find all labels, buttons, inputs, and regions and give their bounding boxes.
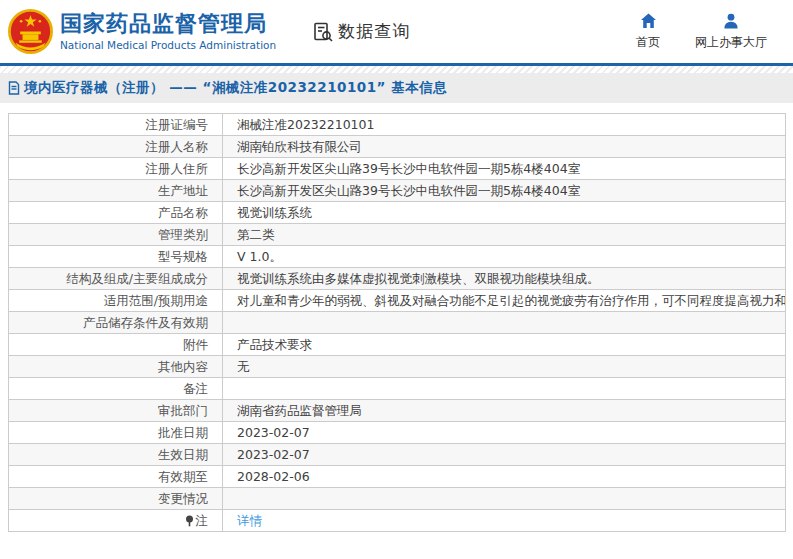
table-row: 批准日期2023-02-07 [9,422,786,444]
data-query-button[interactable]: 数据查询 [312,20,410,43]
table-row: 其他内容无 [9,356,786,378]
table-row: 附件产品技术要求 [9,334,786,356]
row-label: 批准日期 [9,422,223,444]
row-label-text: 批准日期 [158,425,208,440]
table-row: 生产地址长沙高新开发区尖山路39号长沙中电软件园一期5栋4楼404室 [9,180,786,202]
row-label: 注 [9,510,223,532]
page-title: 境内医疗器械（注册） —— “湘械注准20232210101” 基本信息 [24,79,447,97]
table-row: 适用范围/预期用途对儿童和青少年的弱视、斜视及对融合功能不足引起的视觉疲劳有治疗… [9,290,786,312]
row-label: 生效日期 [9,444,223,466]
row-label-text: 注 [196,513,209,528]
document-icon [8,81,20,95]
row-value: 对儿童和青少年的弱视、斜视及对融合功能不足引起的视觉疲劳有治疗作用，可不同程度提… [223,290,786,312]
table-row: 型号规格V 1.0。 [9,246,786,268]
table-row: 注册人住所长沙高新开发区尖山路39号长沙中电软件园一期5栋4楼404室 [9,158,786,180]
info-table-body: 注册证编号湘械注准20232210101注册人名称湖南铂欣科技有限公司注册人住所… [9,114,786,532]
table-row: 审批部门湖南省药品监督管理局 [9,400,786,422]
registration-info-table: 注册证编号湘械注准20232210101注册人名称湖南铂欣科技有限公司注册人住所… [8,113,786,532]
row-label: 结构及组成/主要组成成分 [9,268,223,290]
nav-item-home[interactable]: 首页 [631,13,665,51]
row-label-text: 生效日期 [158,447,208,462]
row-value: 长沙高新开发区尖山路39号长沙中电软件园一期5栋4楼404室 [223,158,786,180]
row-label: 有效期至 [9,466,223,488]
row-value: 视觉训练系统由多媒体虚拟视觉刺激模块、双眼视功能模块组成。 [223,268,786,290]
table-row: 变更情况 [9,488,786,510]
row-label: 注册人住所 [9,158,223,180]
row-label-text: 产品名称 [158,205,208,220]
row-value [223,378,786,400]
row-value: 第二类 [223,224,786,246]
row-label-text: 型号规格 [158,249,208,264]
table-row: 结构及组成/主要组成成分视觉训练系统由多媒体虚拟视觉刺激模块、双眼视功能模块组成… [9,268,786,290]
row-value: V 1.0。 [223,246,786,268]
row-value: 详情 [223,510,786,532]
row-value: 长沙高新开发区尖山路39号长沙中电软件园一期5栋4楼404室 [223,180,786,202]
row-label-text: 注册证编号 [146,117,209,132]
brand-logo[interactable]: 国家药品监督管理局 National Medical Products Admi… [8,9,276,54]
row-label-text: 结构及组成/主要组成成分 [66,271,208,286]
row-label: 管理类别 [9,224,223,246]
row-value [223,312,786,334]
nav-item-service-hall[interactable]: 网上办事大厅 [695,13,767,51]
row-value: 湖南铂欣科技有限公司 [223,136,786,158]
row-value: 视觉训练系统 [223,202,786,224]
row-label-text: 审批部门 [158,403,208,418]
top-bar: 国家药品监督管理局 National Medical Products Admi… [0,0,793,63]
row-label: 产品储存条件及有效期 [9,312,223,334]
table-row: 生效日期2023-02-07 [9,444,786,466]
brand-title: 国家药品监督管理局 [60,12,276,36]
table-row: 注册证编号湘械注准20232210101 [9,114,786,136]
row-value: 产品技术要求 [223,334,786,356]
table-row: 有效期至2028-02-06 [9,466,786,488]
row-label-text: 备注 [183,381,208,396]
row-value: 2023-02-07 [223,444,786,466]
details-link[interactable]: 详情 [237,513,262,528]
row-label: 适用范围/预期用途 [9,290,223,312]
row-label: 产品名称 [9,202,223,224]
row-label-text: 有效期至 [158,469,208,484]
breadcrumb: 境内医疗器械（注册） —— “湘械注准20232210101” 基本信息 [0,73,793,103]
user-icon [723,13,739,29]
document-search-icon [312,21,334,43]
data-query-label: 数据查询 [338,20,410,43]
table-row: 管理类别第二类 [9,224,786,246]
brand-text: 国家药品监督管理局 National Medical Products Admi… [60,12,276,51]
row-value: 2023-02-07 [223,422,786,444]
row-label-text: 适用范围/预期用途 [104,293,208,308]
national-emblem-icon [8,9,53,54]
home-icon [640,13,657,29]
row-label: 审批部门 [9,400,223,422]
row-label-text: 变更情况 [158,491,208,506]
row-label: 注册证编号 [9,114,223,136]
row-label-text: 管理类别 [158,227,208,242]
row-label-text: 生产地址 [158,183,208,198]
row-label: 备注 [9,378,223,400]
row-label: 注册人名称 [9,136,223,158]
nav-item-label: 首页 [636,34,660,51]
table-row: 产品储存条件及有效期 [9,312,786,334]
row-label-text: 注册人名称 [146,139,209,154]
row-label: 生产地址 [9,180,223,202]
row-value: 无 [223,356,786,378]
row-label: 变更情况 [9,488,223,510]
table-row: 注详情 [9,510,786,532]
note-pin-icon [185,515,194,527]
row-label-text: 产品储存条件及有效期 [83,315,208,330]
row-value [223,488,786,510]
brand-subtitle: National Medical Products Administration [60,39,276,51]
row-label-text: 注册人住所 [146,161,209,176]
table-row: 注册人名称湖南铂欣科技有限公司 [9,136,786,158]
row-value: 湘械注准20232210101 [223,114,786,136]
hatched-strip [0,66,793,73]
table-row: 产品名称视觉训练系统 [9,202,786,224]
row-label: 型号规格 [9,246,223,268]
nav-item-label: 网上办事大厅 [695,34,767,51]
row-label-text: 其他内容 [158,359,208,374]
table-row: 备注 [9,378,786,400]
row-label: 其他内容 [9,356,223,378]
row-value: 2028-02-06 [223,466,786,488]
row-label-text: 附件 [183,337,208,352]
row-label: 附件 [9,334,223,356]
header-nav: 首页 网上办事大厅 [631,13,767,51]
row-value: 湖南省药品监督管理局 [223,400,786,422]
